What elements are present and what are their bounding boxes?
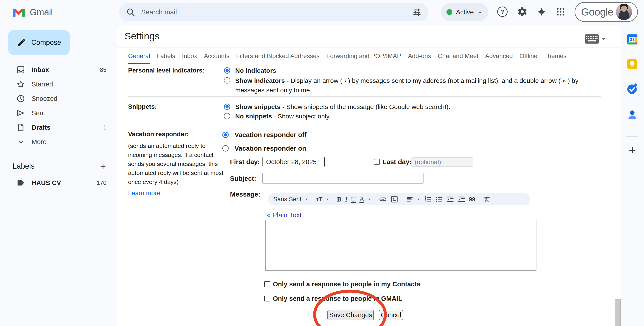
scrollbar-thumb[interactable] [615,299,620,326]
remove-formatting-icon[interactable] [483,195,491,203]
sidebar-item-inbox[interactable]: Inbox 85 [0,63,117,77]
radio-unselected-icon[interactable] [222,145,229,152]
checkbox-icon[interactable] [264,281,270,287]
tab-accounts[interactable]: Accounts [204,48,229,64]
radio-selected-icon[interactable] [224,67,230,74]
search-bar[interactable]: Search mail [119,3,428,21]
gear-icon [517,6,528,17]
option-label: Vacation responder on [234,145,306,152]
last-day-input[interactable]: (optional) [411,157,473,166]
checkbox-icon[interactable] [264,296,270,302]
tab-labels[interactable]: Labels [157,48,175,64]
plain-text-link[interactable]: « Plain Text [267,211,302,219]
sidebar-item-drafts[interactable]: Drafts 1 [0,120,117,135]
underline-button[interactable]: U [351,195,356,203]
keep-icon[interactable] [626,58,638,70]
tab-filters[interactable]: Filters and Blocked Addresses [236,48,320,64]
calendar-icon[interactable]: 31 [626,33,638,45]
tab-general[interactable]: General [128,48,150,64]
numbered-list-icon[interactable]: 123 [424,195,432,203]
chevron-down-icon[interactable] [418,198,420,200]
tab-chat-meet[interactable]: Chat and Meet [438,48,478,64]
message-textarea[interactable] [266,220,536,271]
first-day-label: First day: [230,158,260,166]
get-addons-button[interactable]: + [628,142,636,157]
settings-gear-button[interactable] [516,6,528,17]
sidebar-item-more[interactable]: More [0,135,117,149]
radio-unselected-icon[interactable] [224,113,230,119]
chevron-down-icon[interactable] [368,198,371,200]
tab-inbox[interactable]: Inbox [182,48,197,64]
sidebar-item-label: Starred [32,81,53,88]
bold-button[interactable]: B [337,195,342,203]
sidebar-item-label: Inbox [32,66,49,74]
search-input[interactable]: Search mail [141,8,177,16]
tab-offline[interactable]: Offline [520,48,537,64]
active-status-dot [446,9,452,15]
learn-more-link[interactable]: Learn more [128,189,230,197]
text-color-button[interactable]: A [360,195,364,203]
font-family-select[interactable]: Sans Serif [273,196,302,203]
chevron-down-icon [16,137,25,146]
tasks-icon[interactable] [626,83,638,95]
radio-selected-icon[interactable] [224,104,230,110]
font-size-button[interactable]: тT [316,196,323,203]
contacts-icon[interactable] [626,109,638,121]
radio-selected-icon[interactable] [222,132,229,138]
option-show-snippets[interactable]: Show snippets - Show snippets of the mes… [224,103,450,111]
label-tag-icon [16,178,25,187]
sparkle-icon [537,7,546,17]
last-day-checkbox[interactable] [374,159,380,165]
tab-advanced[interactable]: Advanced [485,48,513,64]
bullet-list-icon[interactable] [435,195,443,203]
apps-grid-button[interactable] [555,6,566,17]
tab-themes[interactable]: Themes [544,48,566,64]
search-filters-icon[interactable] [412,7,422,17]
indent-increase-icon[interactable] [458,195,466,203]
option-no-indicators[interactable]: No indicators [224,66,276,75]
compose-label: Compose [31,38,61,47]
option-vacation-off[interactable]: Vacation responder off [222,131,307,139]
indent-decrease-icon[interactable] [446,195,454,203]
radio-unselected-icon[interactable] [224,77,230,84]
inbox-icon [16,65,25,74]
row-divider [128,126,601,126]
search-icon[interactable] [126,7,135,17]
google-account-pill[interactable]: Google [574,2,638,22]
first-day-input[interactable]: October 28, 2025 [262,157,325,167]
option-show-indicators[interactable]: Show indicators - Display an arrow ( › )… [224,76,607,95]
option-vacation-on[interactable]: Vacation responder on [222,144,306,153]
status-chip[interactable]: Active [441,3,488,21]
insert-image-icon[interactable] [390,195,398,203]
help-button[interactable]: ? [496,6,508,17]
avatar[interactable] [616,4,632,20]
quote-button[interactable]: 99 [469,196,475,203]
gmail-logo[interactable]: Gmail [13,4,53,20]
toolbar-divider [375,195,375,203]
sidebar-item-snoozed[interactable]: Snoozed [0,91,117,106]
chevron-down-icon[interactable] [305,198,308,200]
sidebar-item-starred[interactable]: Starred [0,77,117,91]
align-icon[interactable] [406,195,414,203]
subject-input[interactable] [262,173,424,183]
side-panel: 31 + [620,25,644,326]
chevron-down-icon[interactable] [326,198,329,200]
google-wordmark: Google [581,6,613,18]
compose-button[interactable]: Compose [8,30,70,55]
input-tools-control[interactable] [585,34,605,44]
insert-link-icon[interactable] [379,195,387,203]
sidebar-item-sent[interactable]: Sent [0,106,117,120]
chevron-down-icon [602,38,605,40]
gemini-button[interactable] [536,6,548,17]
option-label: Vacation responder off [234,131,307,139]
contacts-only-option[interactable]: Only send a response to people in my Con… [264,281,420,288]
sidebar-label-haus-cv[interactable]: HAUS CV 170 [0,176,117,190]
tab-forwarding[interactable]: Forwarding and POP/IMAP [326,48,401,64]
option-no-snippets[interactable]: No snippets - Show subject only. [224,112,331,120]
tab-addons[interactable]: Add-ons [408,48,431,64]
draft-file-icon [16,123,25,132]
add-label-button[interactable]: + [100,161,106,172]
italic-button[interactable]: I [345,195,347,203]
svg-text:31: 31 [630,37,635,42]
star-icon [16,80,25,89]
